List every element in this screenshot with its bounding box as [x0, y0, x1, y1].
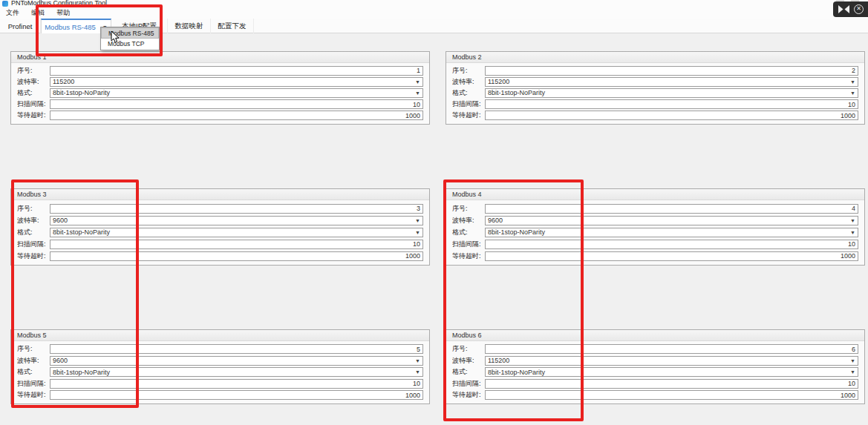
format-label: 格式: — [17, 367, 50, 377]
baud-label: 波特率: — [452, 216, 485, 225]
modbus-5-panel: Modbus 5 序号: 波特率: 9600▼ 格式: 8bit-1stop-N… — [10, 329, 430, 404]
chevron-down-icon: ▼ — [850, 369, 855, 375]
serial-input[interactable] — [485, 204, 858, 214]
window-title: PNToModbus Configuration Tool — [11, 0, 107, 7]
chevron-down-icon: ▼ — [415, 230, 420, 235]
modbus-6-panel: Modbus 6 序号: 波特率: 115200▼ 格式: 8bit-1stop… — [446, 329, 865, 404]
panel-title: Modbus 3 — [11, 189, 429, 200]
serial-input[interactable] — [485, 344, 858, 354]
baud-select[interactable]: 9600▼ — [50, 356, 423, 366]
app-icon — [2, 1, 8, 7]
baud-select[interactable]: 115200▼ — [50, 77, 423, 87]
scan-interval-input[interactable] — [485, 99, 858, 109]
modbus-1-panel: Modbus 1 序号: 波特率: 115200▼ 格式: 8bit-1stop… — [10, 51, 430, 125]
modbus-mode-dropdown: Modbus RS-485 Modbus TCP — [100, 27, 160, 50]
serial-label: 序号: — [17, 66, 50, 76]
format-label: 格式: — [452, 228, 485, 237]
scan-interval-label: 扫描间隔: — [452, 99, 485, 109]
menu-edit[interactable]: 编辑 — [25, 7, 50, 19]
menu-file[interactable]: 文件 — [0, 7, 25, 19]
format-label: 格式: — [452, 367, 485, 377]
panel-title: Modbus 6 — [446, 330, 864, 341]
scan-interval-label: 扫描间隔: — [17, 379, 50, 389]
timeout-label: 等待超时: — [17, 111, 50, 120]
tab-config-download[interactable]: 配置下发 — [211, 19, 254, 33]
scan-interval-label: 扫描间隔: — [452, 240, 485, 249]
recorder-overlay: ✕ — [833, 1, 868, 17]
menubar: 文件 编辑 帮助 — [0, 7, 76, 19]
serial-label: 序号: — [452, 66, 485, 76]
scan-interval-label: 扫描间隔: — [17, 99, 50, 109]
baud-select[interactable]: 115200▼ — [485, 356, 858, 366]
timeout-input[interactable] — [485, 251, 858, 261]
serial-label: 序号: — [452, 344, 485, 354]
chevron-down-icon: ▼ — [850, 230, 855, 235]
baud-label: 波特率: — [17, 77, 50, 87]
panel-title: Modbus 4 — [446, 189, 864, 200]
scan-interval-input[interactable] — [50, 99, 423, 109]
modbus-2-panel: Modbus 2 序号: 波特率: 115200▼ 格式: 8bit-1stop… — [446, 51, 865, 125]
serial-label: 序号: — [452, 204, 485, 214]
chevron-down-icon: ▼ — [415, 358, 420, 363]
format-select[interactable]: 8bit-1stop-NoParity▼ — [485, 367, 858, 377]
chevron-down-icon: ▼ — [850, 90, 855, 96]
tab-modbus-rs485-label: Modbus RS-485 — [45, 23, 96, 31]
timeout-input[interactable] — [50, 111, 423, 120]
dropdown-item-modbus-rs485[interactable]: Modbus RS-485 — [101, 27, 159, 39]
panel-title: Modbus 5 — [11, 330, 429, 341]
serial-input[interactable] — [485, 66, 858, 76]
format-select[interactable]: 8bit-1stop-NoParity▼ — [485, 88, 858, 98]
baud-label: 波特率: — [452, 77, 485, 87]
dropdown-item-modbus-tcp[interactable]: Modbus TCP — [101, 39, 159, 50]
format-select[interactable]: 8bit-1stop-NoParity▼ — [50, 367, 423, 377]
baud-label: 波特率: — [452, 356, 485, 366]
timeout-input[interactable] — [485, 390, 858, 400]
scan-interval-label: 扫描间隔: — [452, 379, 485, 389]
panel-title: Modbus 2 — [446, 52, 864, 63]
timeout-label: 等待超时: — [452, 390, 485, 400]
baud-select[interactable]: 115200▼ — [485, 77, 858, 87]
format-select[interactable]: 8bit-1stop-NoParity▼ — [50, 88, 423, 98]
timeout-input[interactable] — [50, 251, 423, 261]
serial-input[interactable] — [50, 204, 423, 214]
chevron-down-icon: ▼ — [415, 90, 420, 96]
format-select[interactable]: 8bit-1stop-NoParity▼ — [50, 228, 423, 237]
baud-select[interactable]: 9600▼ — [485, 216, 858, 225]
modbus-3-panel: Modbus 3 序号: 波特率: 9600▼ 格式: 8bit-1stop-N… — [10, 188, 430, 266]
format-label: 格式: — [452, 88, 485, 98]
timeout-label: 等待超时: — [17, 390, 50, 400]
chevron-down-icon: ▼ — [415, 218, 420, 223]
panel-title: Modbus 1 — [11, 52, 429, 63]
menu-help[interactable]: 帮助 — [50, 7, 76, 19]
modbus-4-panel: Modbus 4 序号: 波特率: 9600▼ 格式: 8bit-1stop-N… — [446, 188, 865, 266]
timeout-label: 等待超时: — [452, 251, 485, 261]
timeout-input[interactable] — [50, 390, 423, 400]
scan-interval-input[interactable] — [50, 240, 423, 249]
chevron-down-icon: ▼ — [415, 79, 420, 85]
timeout-label: 等待超时: — [17, 251, 50, 261]
timeout-label: 等待超时: — [452, 111, 485, 120]
baud-select[interactable]: 9600▼ — [50, 216, 423, 225]
format-label: 格式: — [17, 228, 50, 237]
tab-profinet[interactable]: Profinet — [0, 19, 41, 33]
chevron-down-icon: ▼ — [850, 218, 855, 223]
collapse-icon[interactable] — [838, 5, 849, 13]
chevron-down-icon: ▼ — [850, 79, 855, 85]
serial-input[interactable] — [50, 344, 423, 354]
scan-interval-label: 扫描间隔: — [17, 240, 50, 249]
scan-interval-input[interactable] — [485, 240, 858, 249]
baud-label: 波特率: — [17, 216, 50, 225]
format-label: 格式: — [17, 88, 50, 98]
baud-label: 波特率: — [17, 356, 50, 366]
chevron-down-icon: ▼ — [850, 358, 855, 363]
scan-interval-input[interactable] — [485, 379, 858, 389]
chevron-down-icon: ▼ — [415, 369, 420, 375]
format-select[interactable]: 8bit-1stop-NoParity▼ — [485, 228, 858, 237]
serial-input[interactable] — [50, 66, 423, 76]
serial-label: 序号: — [17, 204, 50, 214]
tab-data-mapping[interactable]: 数据映射 — [168, 19, 211, 33]
serial-label: 序号: — [17, 344, 50, 354]
scan-interval-input[interactable] — [50, 379, 423, 389]
close-icon[interactable]: ✕ — [854, 4, 864, 14]
timeout-input[interactable] — [485, 111, 858, 120]
